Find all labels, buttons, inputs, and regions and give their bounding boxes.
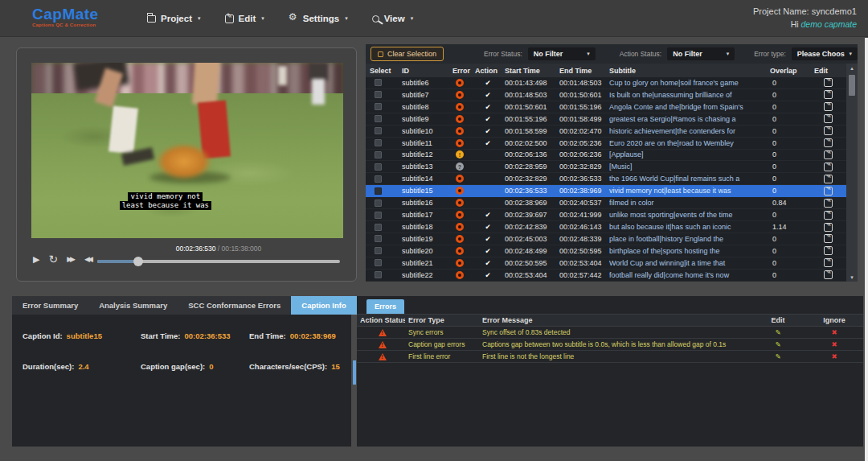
error-icon[interactable] [456,103,464,111]
seek-bar[interactable] [97,260,340,263]
menu-edit[interactable]: Edit▾ [225,14,264,23]
column-header-edit[interactable]: Edit [810,67,846,75]
column-header-subtitle[interactable]: Subtitle [605,67,766,75]
edit-icon[interactable] [824,126,833,135]
table-row[interactable]: subtitle20✔00:02:48:49900:02:50:595birth… [366,245,846,257]
tab-errors[interactable]: Errors [366,299,404,314]
error-icon[interactable] [456,115,464,123]
error-icon[interactable] [456,211,464,219]
tab-error-summary[interactable]: Error Summary [12,296,88,315]
edit-icon[interactable] [824,78,833,87]
fast-forward-icon[interactable]: ▶▶ [67,253,76,265]
edit-pencil-icon[interactable]: ✎ [751,352,802,360]
error-icon[interactable] [456,259,464,267]
scroll-down-icon[interactable]: ▾ [850,273,854,282]
rewind-icon[interactable]: ◀◀ [84,253,93,265]
menu-settings[interactable]: Settings▾ [289,14,348,23]
browser-scrollbar-strip[interactable] [865,38,868,461]
table-row[interactable]: subtitle21✔00:02:50:59500:02:53:404World… [366,257,846,270]
table-row[interactable]: subtitle10✔00:01:58:59900:02:02:470histo… [366,126,846,138]
table-row[interactable]: subtitle1500:02:36:53300:02:38:969vivid … [366,185,846,197]
edit-icon[interactable] [824,163,833,171]
menu-view[interactable]: View▾ [372,14,414,23]
table-row[interactable]: subtitle7✔00:01:48:50300:01:50:601Is bui… [366,89,846,101]
error-icon[interactable] [456,235,464,243]
error-icon[interactable] [456,271,464,279]
row-checkbox[interactable] [375,139,382,146]
column-header-id[interactable]: ID [398,67,448,75]
table-scrollbar[interactable]: ▴ ▾ [846,64,858,282]
row-checkbox[interactable] [375,187,382,195]
error-status-select[interactable]: No Filter ▾ [528,47,596,60]
table-row[interactable]: subtitle18✔00:02:42:83900:02:46:143but a… [366,221,846,233]
edit-icon[interactable] [824,246,833,255]
edit-icon[interactable] [824,270,833,279]
row-checkbox[interactable] [375,163,382,171]
row-checkbox[interactable] [375,235,382,242]
table-row[interactable]: subtitle22✔00:02:53:40400:02:57:442footb… [366,270,846,282]
table-row[interactable]: subtitle11✔00:02:02:50000:02:05:236Euro … [366,138,846,150]
error-icon[interactable] [456,199,464,207]
column-header-start-time[interactable]: Start Time [501,67,555,75]
error-type-select[interactable]: Please Choos ▾ [792,47,858,60]
error-icon[interactable] [456,91,464,99]
table-row[interactable]: subtitle1600:02:38:96900:02:40:537filmed… [366,197,846,209]
loop-icon[interactable]: ↻ [48,253,58,265]
table-row[interactable]: subtitle19✔00:02:45:00300:02:48:339place… [366,233,846,245]
scroll-up-icon[interactable]: ▴ [850,64,854,72]
info-icon[interactable]: ? [456,163,464,171]
error-icon[interactable] [456,79,464,87]
action-status-select[interactable]: No Filter ▾ [667,47,735,60]
row-checkbox[interactable] [375,91,382,98]
table-row[interactable]: subtitle6✔00:01:43:49800:01:48:503Cup to… [366,77,846,89]
username-link[interactable]: demo capmate [801,19,857,29]
row-checkbox[interactable] [375,79,382,86]
ignore-x-icon[interactable]: ✖ [802,340,863,348]
edit-icon[interactable] [824,223,833,232]
edit-icon[interactable] [824,175,833,183]
clear-selection-button[interactable]: Clear Selection [371,47,444,61]
edit-icon[interactable] [824,138,833,147]
row-checkbox[interactable] [375,271,382,278]
app-logo[interactable]: CapMate Captions QC & Correction [32,6,99,27]
row-checkbox[interactable] [375,151,382,158]
video-frame[interactable]: vivid memory not least because it was [31,63,343,238]
ignore-x-icon[interactable]: ✖ [802,352,863,360]
edit-icon[interactable] [824,114,833,123]
edit-pencil-icon[interactable]: ✎ [751,340,802,348]
edit-icon[interactable] [824,234,833,243]
column-header-end-time[interactable]: End Time [555,67,605,75]
warning-icon[interactable]: ! [456,150,464,158]
edit-icon[interactable] [824,150,833,159]
ignore-x-icon[interactable]: ✖ [802,328,863,336]
row-checkbox[interactable] [375,212,382,219]
error-icon[interactable] [456,187,464,195]
table-row[interactable]: subtitle17✔00:02:39:69700:02:41:999unlik… [366,209,846,221]
error-icon[interactable] [456,223,464,231]
column-header-error[interactable]: Error [448,67,471,75]
table-row[interactable]: subtitle8✔00:01:50:60100:01:55:196Angola… [366,101,846,113]
edit-icon[interactable] [824,258,833,267]
play-icon[interactable]: ▶ [33,253,39,265]
column-header-action[interactable]: Action [471,67,501,75]
row-checkbox[interactable] [375,103,382,110]
error-icon[interactable] [456,175,464,183]
table-row[interactable]: subtitle13?00:02:28:95900:02:32:829[Musi… [366,161,846,173]
edit-pencil-icon[interactable]: ✎ [751,328,802,336]
edit-icon[interactable] [824,90,833,99]
column-header-overlap[interactable]: Overlap [766,67,810,75]
tab-caption-info[interactable]: Caption Info [291,296,356,315]
menu-project[interactable]: Project▾ [147,14,201,23]
edit-icon[interactable] [824,102,833,111]
edit-icon[interactable] [824,199,833,208]
tab-scc-conformance-errors[interactable]: SCC Conformance Errors [178,296,291,315]
error-icon[interactable] [456,247,464,255]
row-checkbox[interactable] [375,200,382,207]
seek-thumb[interactable] [133,257,143,266]
error-icon[interactable] [456,127,464,135]
tab-analysis-summary[interactable]: Analysis Summary [88,296,178,315]
panel-resizer-handle[interactable] [353,360,356,385]
column-header-select[interactable]: Select [366,67,398,75]
table-row[interactable]: subtitle12!00:02:06:13600:02:06:236[Appl… [366,150,846,162]
row-checkbox[interactable] [375,224,382,231]
